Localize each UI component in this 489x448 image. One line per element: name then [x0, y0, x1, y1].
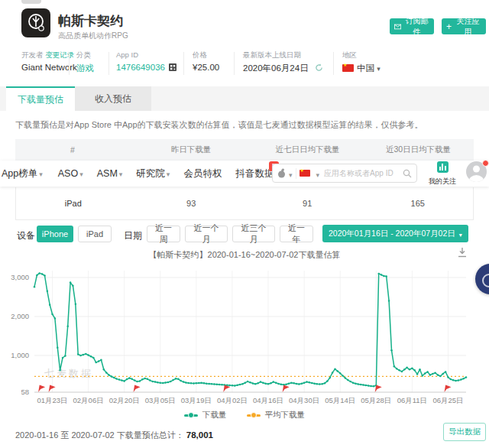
china-flag-icon — [342, 64, 354, 72]
range-last-month-button[interactable]: 近一个月 — [185, 226, 228, 242]
chevron-down-icon[interactable] — [289, 167, 293, 180]
chart-title: 【帕斯卡契约】2020-01-16~2020-07-02下载量估算 — [0, 249, 489, 261]
divider — [69, 52, 70, 75]
nav-member-perks[interactable]: 会员特权 — [183, 167, 222, 180]
device-iphone-button[interactable]: iPhone — [37, 226, 73, 242]
nav-asm[interactable]: ASM — [97, 168, 123, 179]
svg-text:03月05日: 03月05日 — [145, 396, 176, 404]
chevron-down-icon — [167, 168, 170, 179]
chart-canvas[interactable]: 七麦数据01月23日02月06日02月20日03月05日03月19日04月02日… — [0, 260, 489, 409]
legend-downloads[interactable]: 下载量 — [184, 410, 227, 420]
legend-average-marker — [247, 414, 261, 417]
date-range-picker[interactable]: 2020年01月16日 - 2020年07月02日 — [322, 225, 468, 242]
page-title: 帕斯卡契约 — [58, 12, 123, 30]
subscribe-mail-button[interactable]: 订阅邮件 — [390, 18, 434, 34]
total-value: 78,001 — [186, 430, 213, 440]
chevron-down-icon — [119, 168, 123, 179]
legend-average[interactable]: 平均下载量 — [247, 410, 306, 420]
range-last-year-button[interactable]: 近一年 — [280, 226, 313, 242]
mail-icon — [394, 24, 401, 30]
changelog-link[interactable]: 变更记录 — [45, 50, 74, 59]
svg-text:04月30日: 04月30日 — [289, 396, 319, 404]
legend-downloads-label: 下载量 — [202, 410, 227, 420]
svg-text:01月23日: 01月23日 — [37, 396, 67, 404]
search-input[interactable] — [322, 168, 400, 178]
release-date-value: 2020年06月24日 — [243, 63, 323, 74]
apple-icon[interactable] — [277, 168, 286, 178]
legend-downloads-marker — [184, 414, 198, 417]
chevron-down-icon — [79, 168, 83, 179]
category-value[interactable]: 游戏 — [76, 63, 94, 74]
svg-text:05月14日: 05月14日 — [325, 396, 355, 404]
export-data-button[interactable]: 导出数据 — [443, 423, 486, 441]
cell-yesterday: 93 — [131, 199, 252, 208]
nav-douyin-data[interactable]: 抖音数据 — [235, 167, 274, 180]
plus-icon — [446, 22, 452, 31]
total-summary: 2020-01-16 至 2020-07-02 下载量预估总计： 78,001 — [15, 430, 213, 441]
chevron-down-icon — [459, 229, 462, 239]
svg-text:58: 58 — [21, 388, 29, 396]
app-subtitle: 高品质单机动作RPG — [58, 31, 128, 41]
category-label: 分类 — [76, 50, 91, 60]
tab-revenue-estimate[interactable]: 收入预估 — [75, 86, 151, 111]
svg-text:04月02日: 04月02日 — [217, 396, 248, 404]
cell-7day-avg: 91 — [252, 199, 363, 208]
app-icon — [21, 8, 50, 37]
col-30day-avg: 近30日日均下载量 — [363, 144, 474, 155]
col-yesterday: 昨日下载量 — [130, 144, 252, 155]
appid-value[interactable]: 1476649036 — [116, 63, 176, 73]
refresh-icon[interactable] — [315, 63, 323, 72]
search-icon[interactable] — [403, 169, 412, 178]
release-date-label: 最新版本上线日期 — [243, 50, 301, 60]
search-region-flag-icon[interactable] — [300, 170, 310, 177]
svg-text:06月11日: 06月11日 — [397, 396, 427, 404]
notification-dot — [482, 160, 489, 167]
range-last-3months-button[interactable]: 近三个月 — [232, 226, 275, 242]
my-follow-label: 我的关注 — [426, 177, 458, 187]
nav-aso[interactable]: ASO — [58, 168, 83, 179]
chart-bars-icon — [437, 161, 449, 173]
chevron-down-icon — [377, 63, 381, 73]
svg-text:03月19日: 03月19日 — [181, 396, 212, 404]
col-7day-avg: 近七日日均下载量 — [252, 144, 363, 155]
region-selector[interactable]: 中国 — [342, 63, 381, 74]
region-label: 地区 — [342, 50, 357, 60]
follow-label: 关注应用 — [455, 16, 481, 37]
app-icon-art — [24, 11, 47, 34]
divider — [183, 52, 184, 75]
estimate-description: 下载量预估是对App Store 中App的下载安装次数的估算值，该值是七麦通过… — [15, 119, 423, 131]
tab-download-estimate[interactable]: 下载量预估 — [6, 86, 75, 111]
developer-label: 开发者 变更记录 — [21, 50, 74, 60]
svg-text:05月28日: 05月28日 — [361, 396, 391, 404]
divider — [333, 52, 334, 75]
range-last-week-button[interactable]: 近一周 — [147, 226, 180, 242]
chart-legend: 下载量 平均下载量 — [0, 410, 489, 420]
price-value: ¥25.00 — [193, 63, 219, 72]
follow-app-button[interactable]: 关注应用 — [442, 18, 486, 34]
download-chart-icon[interactable] — [457, 247, 468, 258]
qr-icon[interactable] — [169, 63, 176, 73]
table-header: # 昨日下载量 近七日日均下载量 近30日日均下载量 — [15, 139, 474, 161]
my-follow-button[interactable]: 我的关注 — [426, 161, 458, 187]
svg-text:06月25日: 06月25日 — [432, 396, 463, 404]
chevron-down-icon[interactable] — [316, 167, 320, 180]
svg-text:2,000: 2,000 — [11, 312, 29, 320]
svg-text:1,000: 1,000 — [11, 351, 29, 359]
top-pill — [21, 0, 41, 4]
nav-app-rankings[interactable]: App榜单 — [2, 167, 43, 180]
svg-text:七麦数据: 七麦数据 — [44, 368, 93, 379]
svg-text:02月20日: 02月20日 — [109, 396, 140, 404]
device-ipad-button[interactable]: iPad — [78, 226, 112, 242]
divider — [234, 52, 235, 75]
nav-research[interactable]: 研究院 — [136, 167, 170, 180]
subscribe-label: 订阅邮件 — [404, 16, 429, 37]
svg-text:04月16日: 04月16日 — [253, 396, 283, 404]
price-label: 价格 — [193, 50, 207, 60]
divider — [108, 52, 109, 75]
page: 帕斯卡契约 高品质单机动作RPG 订阅邮件 关注应用 开发者 变更记录 Gian… — [0, 0, 489, 448]
device-filter-label: 设备 — [17, 229, 35, 242]
cell-device: iPad — [16, 199, 131, 208]
cell-30day-avg: 165 — [362, 199, 473, 208]
table-row: iPad 93 91 165 — [15, 187, 474, 220]
app-search-box[interactable] — [272, 164, 417, 183]
